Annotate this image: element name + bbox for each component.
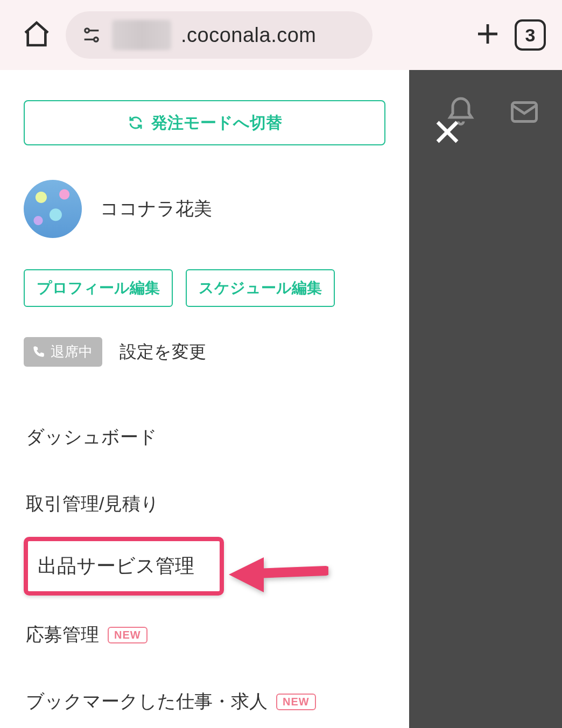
svg-line-6 [256,571,326,573]
edit-profile-button[interactable]: プロフィール編集 [24,269,173,307]
close-icon[interactable] [433,117,462,149]
site-settings-icon[interactable] [81,24,102,46]
svg-point-2 [94,38,99,42]
new-badge: NEW [276,694,316,710]
svg-point-0 [85,29,89,33]
avatar[interactable] [24,180,82,238]
svg-marker-7 [229,557,264,592]
nav-dashboard[interactable]: ダッシュボード [24,410,385,465]
nav-applications[interactable]: 応募管理 NEW [24,607,385,662]
new-tab-icon[interactable] [475,21,501,49]
phone-icon [31,345,45,359]
nav-list: ダッシュボード 取引管理/見積り 出品サービス管理 応募管理 NEW ブックマー… [24,410,385,728]
annotation-arrow-icon [226,544,328,605]
nav-item-label: ダッシュボード [26,425,157,450]
username: ココナラ花美 [100,197,212,221]
nav-service-management[interactable]: 出品サービス管理 [38,555,194,577]
switch-mode-button[interactable]: 発注モードへ切替 [24,100,385,145]
side-drawer: 発注モードへ切替 ココナラ花美 プロフィール編集 スケジュール編集 退席中 設定… [0,70,409,728]
status-badge: 退席中 [24,337,102,367]
nav-item-label: 取引管理/見積り [26,492,159,516]
nav-bookmarked-jobs[interactable]: ブックマークした仕事・求人 NEW [24,674,385,728]
address-bar[interactable]: .coconala.com [66,11,373,59]
switch-mode-label: 発注モードへ切替 [151,112,282,134]
change-settings-link[interactable]: 設定を変更 [120,340,206,364]
url-text: .coconala.com [181,24,317,47]
nav-transactions[interactable]: 取引管理/見積り [24,477,385,531]
nav-service-management-highlight: 出品サービス管理 [24,537,224,596]
nav-item-label: 応募管理 [26,622,99,647]
new-badge: NEW [108,627,147,643]
url-subdomain-redacted [112,20,171,50]
tab-count-value: 3 [525,25,536,46]
edit-schedule-button[interactable]: スケジュール編集 [186,269,335,307]
drawer-overlay[interactable] [409,70,562,728]
status-badge-label: 退席中 [51,342,93,361]
mail-icon[interactable] [508,96,540,130]
browser-chrome: .coconala.com 3 [0,0,562,70]
refresh-icon [128,115,144,131]
tab-count-button[interactable]: 3 [515,19,546,51]
home-icon[interactable] [22,19,52,51]
nav-item-label: ブックマークした仕事・求人 [26,689,268,714]
